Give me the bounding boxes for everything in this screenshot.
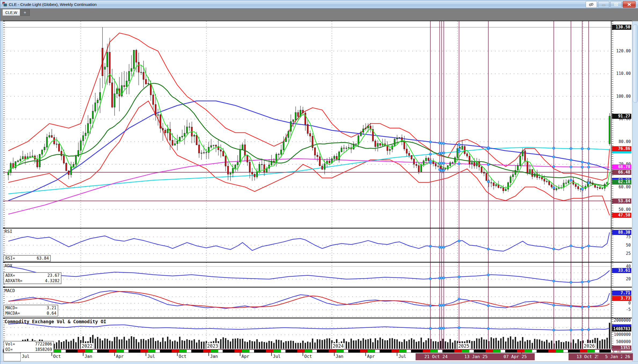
year-label: 2022 <box>81 343 93 349</box>
app-window: CLE - Crude Light (Globex), Weekly Conti… <box>0 0 638 364</box>
rsi-axis-label: 75 <box>611 234 631 240</box>
marked-date-chip: 21 Oct 24 <box>416 353 456 360</box>
link-button[interactable] <box>586 1 597 8</box>
price-axis-label: 91.27 <box>612 114 631 119</box>
price-axis-label: 66.48 <box>612 170 631 175</box>
panel-separator <box>3 287 632 288</box>
close-icon <box>628 3 631 6</box>
title-bar: CLE - Crude Light (Globex), Weekly Conti… <box>0 0 638 8</box>
month-label: Jul <box>147 354 155 359</box>
volume-axis-label: 2000000 <box>611 318 631 323</box>
month-tick <box>303 353 303 356</box>
link-icon <box>589 3 594 6</box>
rsi-readout-box: RSI=63.84 <box>3 255 51 262</box>
year-label: 2025 <box>457 343 470 349</box>
scrollbar-thumb[interactable] <box>633 24 638 103</box>
macd-axis-label: 0 <box>611 301 631 306</box>
month-label: Apr <box>116 354 124 359</box>
macd-axis-label: 3.73 <box>612 296 631 301</box>
price-axis-label: 110.00 <box>611 71 631 76</box>
price-panel[interactable] <box>3 21 611 228</box>
month-label: Apr <box>367 354 375 359</box>
volume-panel-title: Commodity Exchange Vol & Commodity OI <box>5 319 106 324</box>
volume-axis-label: 1408783 <box>612 326 631 332</box>
volume-axis-label: 500000 <box>611 339 631 344</box>
price-axis-column: 120.00110.00100.0090.0080.0070.0060.0050… <box>611 21 632 350</box>
window-title: CLE - Crude Light (Globex), Weekly Conti… <box>9 2 97 7</box>
year-label: 2026 <box>583 343 596 349</box>
minimize-icon <box>602 3 605 6</box>
tab-cle-w[interactable]: CLE,W <box>2 9 20 16</box>
time-axis[interactable]: JulOctJanAprJulOctJanAprJulOctJanAprJulJ… <box>3 352 632 362</box>
volume-axis-label: 1000000 <box>611 332 631 337</box>
panel-separator <box>3 262 632 263</box>
minimize-button[interactable] <box>598 1 609 8</box>
new-tab-button[interactable]: + <box>20 9 30 16</box>
window-frame-bottom <box>0 361 638 364</box>
rsi-axis-label: 88.30 <box>612 230 631 235</box>
price-axis-label: 100.00 <box>611 94 631 99</box>
adx-readout-box: ADX=23.67 ADXATR=4.3282 <box>3 272 61 284</box>
month-label: Jan <box>210 354 218 359</box>
macd-panel-title: MACD <box>5 288 15 293</box>
month-label: Apr <box>241 354 249 359</box>
year-label: 2024 <box>332 343 344 349</box>
month-tick <box>208 353 209 356</box>
axis-corner-box <box>3 353 21 361</box>
adx-panel[interactable] <box>3 263 611 287</box>
macd-axis-label: -5 <box>611 307 631 312</box>
marked-date-chip: 13 Jan 25 <box>456 353 496 360</box>
price-axis-label: 47.50 <box>612 213 631 218</box>
month-label: Jan <box>85 354 92 359</box>
rsi-panel-title: RSI <box>5 229 12 234</box>
month-tick <box>397 353 397 356</box>
macd-panel[interactable] <box>3 288 611 318</box>
rsi-axis-label: 50 <box>611 243 631 248</box>
adx-panel-title: ADX <box>5 263 12 268</box>
price-axis-label: 130.50 <box>612 25 631 30</box>
marked-date-chip: 26 <box>622 353 633 360</box>
rsi-panel[interactable] <box>3 229 611 262</box>
macd-readout-box: MACD=3.21 MACDA=0.64 <box>3 305 58 317</box>
month-tick <box>334 353 335 356</box>
window-frame-left <box>0 21 3 364</box>
price-axis-label: 62.18 <box>612 179 631 185</box>
price-axis-label: 120.00 <box>611 49 631 54</box>
axis-multiplier-label: X 10 <box>613 350 621 354</box>
month-label: Oct <box>304 354 312 359</box>
adx-axis-label: 33.61 <box>612 268 631 273</box>
price-axis-label: 76.86 <box>612 146 631 151</box>
month-tick <box>146 353 146 356</box>
month-label: Oct <box>179 354 186 359</box>
maximize-icon <box>614 3 618 6</box>
month-label: Jan <box>336 354 343 359</box>
tab-bar: CLE,W + <box>0 8 638 21</box>
panel-tick-ruler <box>3 21 5 228</box>
app-logo-icon <box>2 2 7 7</box>
price-axis-label: 68.78 <box>612 164 631 170</box>
maximize-button[interactable] <box>610 1 622 8</box>
price-axis-label: 50.00 <box>611 207 631 212</box>
month-label: Jul <box>398 354 406 359</box>
panel-separator <box>3 349 632 350</box>
month-tick <box>114 353 115 356</box>
price-axis-label: 80.00 <box>611 139 631 144</box>
price-axis-label: 53.84 <box>612 198 631 204</box>
rsi-axis-label: 25 <box>611 251 631 256</box>
price-axis-label: 60.00 <box>611 185 631 190</box>
year-label: 2023 <box>206 343 219 349</box>
adx-axis-label: 20 <box>611 277 631 282</box>
volume-readout-box: Vol=7722806 OI=1858269 <box>3 341 54 353</box>
month-label: Jul <box>22 354 30 359</box>
month-label: Jul <box>273 354 281 359</box>
month-tick <box>83 353 83 356</box>
month-tick <box>177 353 178 356</box>
panel-separator <box>3 228 632 229</box>
close-button[interactable] <box>623 1 636 8</box>
month-tick <box>240 353 240 356</box>
panel-separator <box>3 318 632 318</box>
macd-axis-label: 7.71 <box>612 291 631 296</box>
axis-tick-ruler <box>612 21 613 350</box>
month-tick <box>52 353 52 356</box>
month-tick <box>365 353 366 356</box>
